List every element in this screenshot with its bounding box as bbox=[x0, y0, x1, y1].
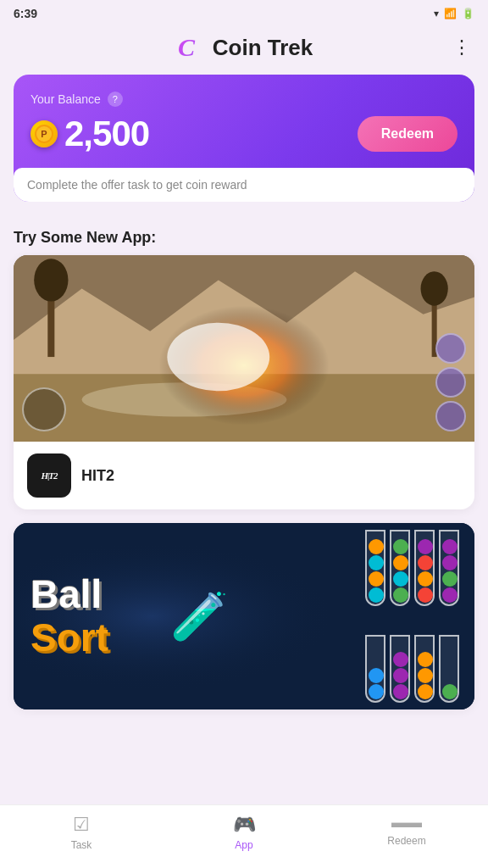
ball-teal bbox=[369, 587, 384, 603]
tubes-top bbox=[365, 530, 459, 606]
balance-label: Your Balance bbox=[30, 92, 101, 106]
app-label: App bbox=[235, 839, 252, 851]
hit2-screenshot bbox=[14, 255, 474, 442]
ball-green bbox=[393, 587, 408, 603]
app-card-ballsort[interactable]: Ball Sort 🧪 bbox=[14, 523, 474, 709]
balance-header: Your Balance ? bbox=[30, 92, 458, 107]
bottom-nav: ☑ Task 🎮 App ▬▬ Redeem bbox=[0, 804, 488, 868]
hit2-icon-text: H|T2 bbox=[41, 470, 57, 481]
tube-1 bbox=[365, 530, 385, 606]
header-logo: C Coin Trek bbox=[175, 32, 313, 63]
tube-4 bbox=[439, 530, 459, 606]
menu-button[interactable]: ⋮ bbox=[452, 36, 471, 58]
ball-teal2 bbox=[369, 555, 384, 570]
hit2-info: H|T2 HIT2 bbox=[14, 442, 474, 509]
ball-orange5 bbox=[418, 684, 433, 699]
tube-3 bbox=[414, 530, 435, 606]
battery-icon: 🔋 bbox=[462, 8, 474, 19]
ball-orange3 bbox=[393, 555, 408, 570]
tube-2 bbox=[390, 530, 410, 606]
ball-green4 bbox=[442, 684, 458, 699]
nav-redeem[interactable]: ▬▬ Redeem bbox=[373, 814, 441, 851]
help-button[interactable]: ? bbox=[108, 92, 123, 107]
coin-icon: P bbox=[30, 120, 58, 147]
ballsort-title: Ball Sort bbox=[30, 573, 108, 659]
status-time: 6:39 bbox=[14, 7, 37, 20]
ball-purple bbox=[418, 539, 433, 554]
ball-purple5 bbox=[393, 684, 408, 699]
balance-card: Your Balance ? P 2,500 Redeem Complete t… bbox=[14, 75, 474, 202]
ball-teal3 bbox=[393, 571, 408, 587]
hit2-btn-3 bbox=[435, 401, 466, 431]
tube-5 bbox=[365, 635, 385, 703]
ball-text: Ball bbox=[30, 573, 108, 616]
ball-blue bbox=[369, 684, 384, 699]
status-icons: ▾ 📶 🔋 bbox=[434, 8, 474, 19]
ball-red2 bbox=[418, 555, 433, 570]
ball-blue2 bbox=[369, 668, 384, 683]
balance-hint: Complete the offer task to get coin rewa… bbox=[14, 168, 474, 202]
ball-red bbox=[418, 587, 433, 603]
ball-orange6 bbox=[418, 668, 433, 683]
ball-green2 bbox=[393, 539, 408, 554]
nav-task[interactable]: ☑ Task bbox=[47, 814, 115, 851]
redeem-nav-icon: ▬▬ bbox=[391, 814, 422, 832]
redeem-label: Redeem bbox=[387, 835, 425, 847]
logo-icon: C bbox=[175, 32, 206, 63]
hit2-joystick bbox=[22, 387, 66, 431]
ball-purple6 bbox=[393, 668, 408, 683]
header: C Coin Trek ⋮ bbox=[0, 24, 488, 75]
svg-point-9 bbox=[167, 323, 269, 392]
app-card-hit2[interactable]: H|T2 HIT2 bbox=[14, 255, 474, 509]
hit2-name: HIT2 bbox=[81, 467, 114, 485]
hit2-btn-2 bbox=[435, 367, 466, 398]
tubes-bottom bbox=[365, 635, 459, 703]
ball-orange7 bbox=[418, 652, 433, 667]
tube-7 bbox=[414, 635, 435, 703]
nav-app[interactable]: 🎮 App bbox=[210, 814, 278, 851]
svg-point-13 bbox=[421, 271, 448, 305]
tube-8 bbox=[439, 635, 459, 703]
signal-icon: 📶 bbox=[444, 8, 457, 19]
ball-orange4 bbox=[418, 571, 433, 587]
ball-purple4 bbox=[442, 539, 458, 554]
ball-purple3 bbox=[442, 555, 458, 570]
sort-text: Sort bbox=[30, 616, 108, 659]
app-icon: 🎮 bbox=[233, 814, 256, 836]
svg-text:P: P bbox=[41, 129, 47, 139]
hit2-icon: H|T2 bbox=[27, 453, 71, 498]
hit2-action-buttons bbox=[435, 333, 466, 431]
app-title: Coin Trek bbox=[213, 35, 313, 61]
hit2-btn-1 bbox=[435, 333, 466, 364]
bottle-icon: 🧪 bbox=[170, 589, 229, 644]
status-bar: 6:39 ▾ 📶 🔋 bbox=[0, 0, 488, 24]
ballsort-screenshot: Ball Sort 🧪 bbox=[14, 523, 474, 709]
balance-amount: P 2,500 bbox=[30, 114, 149, 154]
hit2-terrain bbox=[14, 255, 474, 442]
redeem-button[interactable]: Redeem bbox=[358, 116, 458, 152]
ball-purple2 bbox=[442, 587, 458, 603]
task-label: Task bbox=[71, 839, 92, 851]
ball-purple7 bbox=[393, 652, 408, 667]
ball-green3 bbox=[442, 571, 458, 587]
ball-orange bbox=[369, 571, 384, 587]
balance-row: P 2,500 Redeem bbox=[30, 114, 458, 154]
task-icon: ☑ bbox=[73, 814, 90, 836]
section-title: Try Some New App: bbox=[0, 215, 488, 255]
svg-text:C: C bbox=[178, 33, 196, 61]
svg-point-11 bbox=[34, 259, 68, 301]
wifi-icon: ▾ bbox=[434, 8, 439, 19]
balance-number: 2,500 bbox=[64, 114, 149, 154]
ball-orange2 bbox=[369, 539, 384, 554]
tube-6 bbox=[390, 635, 410, 703]
